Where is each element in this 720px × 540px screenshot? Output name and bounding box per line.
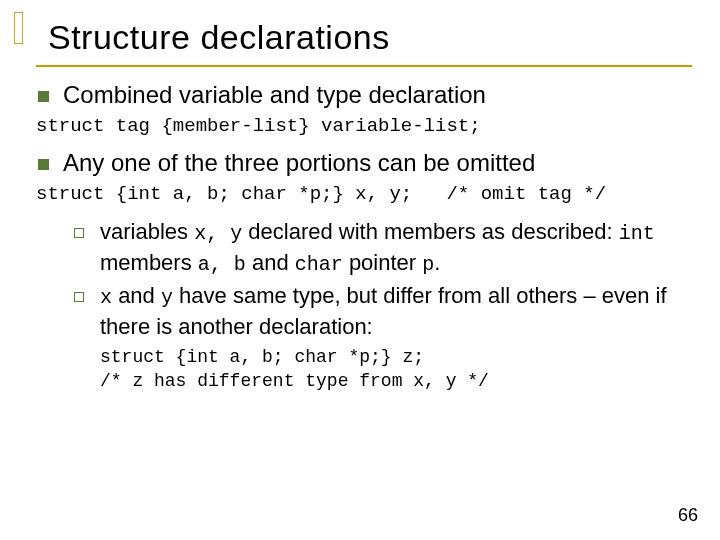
code-inline: int	[619, 222, 655, 245]
bullet-1: Combined variable and type declaration	[38, 81, 692, 109]
t: pointer	[343, 250, 423, 275]
t: and	[112, 283, 161, 308]
code-inline: x	[100, 286, 112, 309]
code-line-1: struct tag {member-list} variable-list;	[36, 115, 692, 137]
title-accent	[14, 12, 23, 44]
sub-bullet-1: variables x, y declared with members as …	[74, 217, 692, 279]
hollow-square-icon	[74, 228, 84, 238]
bullet-square-icon	[38, 159, 49, 170]
code-inline: y	[161, 286, 173, 309]
t: and	[246, 250, 295, 275]
sub-bullet-2: x and y have same type, but differ from …	[74, 281, 692, 343]
bullet-2: Any one of the three portions can be omi…	[38, 149, 692, 177]
code-inline: x, y	[194, 222, 242, 245]
sub-bullet-2-text: x and y have same type, but differ from …	[100, 281, 692, 343]
bullet-2-text: Any one of the three portions can be omi…	[63, 149, 535, 177]
bullet-1-text: Combined variable and type declaration	[63, 81, 486, 109]
code-line-2: struct {int a, b; char *p;} x, y; /* omi…	[36, 183, 692, 205]
page-number: 66	[678, 505, 698, 526]
t: have same type, but differ from all othe…	[100, 283, 667, 339]
slide-title: Structure declarations	[36, 18, 692, 67]
t: declared with members as described:	[242, 219, 619, 244]
t: members	[100, 250, 198, 275]
sub-bullet-list: variables x, y declared with members as …	[74, 217, 692, 343]
code-inline: p	[422, 253, 434, 276]
code-inline: a, b	[198, 253, 246, 276]
code-inline: char	[295, 253, 343, 276]
t: .	[434, 250, 440, 275]
t: variables	[100, 219, 194, 244]
code-line-3: struct {int a, b; char *p;} z; /* z has …	[100, 345, 692, 394]
hollow-square-icon	[74, 292, 84, 302]
bullet-square-icon	[38, 91, 49, 102]
sub-bullet-1-text: variables x, y declared with members as …	[100, 217, 692, 279]
